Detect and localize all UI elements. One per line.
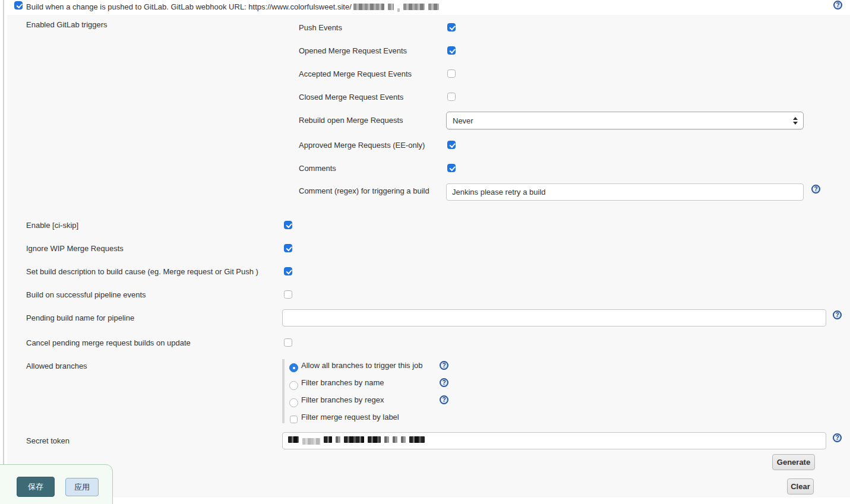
push-events-checkbox[interactable] [447,23,456,31]
generate-button[interactable]: Generate [772,454,815,470]
radio-group-indent-bar [282,359,285,423]
help-icon[interactable]: ? [440,395,448,404]
redacted-secret-token [288,436,425,443]
help-icon[interactable]: ? [440,361,448,370]
enabled-triggers-section-label: Enabled GitLab triggers [26,20,108,29]
save-button[interactable]: 保存 [17,477,55,497]
allowed-branches-label: Allowed branches [26,362,87,370]
rebuild-open-mr-select[interactable]: Never [446,112,804,129]
comment-regex-input[interactable] [446,183,804,201]
help-icon[interactable]: ? [440,378,448,387]
filter-branches-by-name-label: Filter branches by name [301,378,384,387]
opened-mr-events-label: Opened Merge Request Events [299,46,407,55]
section-indent-line [3,0,4,475]
ci-skip-checkbox[interactable] [284,221,292,229]
closed-mr-events-checkbox[interactable] [447,93,456,101]
cancel-pending-checkbox[interactable] [284,338,292,347]
cancel-pending-label: Cancel pending merge request builds on u… [26,338,191,347]
build-description-checkbox[interactable] [284,267,292,275]
pending-build-name-input[interactable] [282,309,826,327]
build-description-label: Set build description to build cause (eg… [26,267,258,276]
accepted-mr-events-label: Accepted Merge Request Events [299,69,412,78]
accepted-mr-events-checkbox[interactable] [447,69,456,78]
opened-mr-events-checkbox[interactable] [447,46,456,55]
filter-branches-by-regex-label: Filter branches by regex [301,395,384,404]
comments-checkbox[interactable] [447,164,456,172]
comments-label: Comments [299,164,336,173]
help-icon[interactable]: ? [811,185,820,194]
filter-branches-by-name-radio[interactable] [289,381,298,390]
ignore-wip-checkbox[interactable] [284,244,292,252]
help-icon[interactable]: ? [833,310,842,319]
rebuild-open-mr-selected-value: Never [453,116,473,125]
approved-mr-checkbox[interactable] [447,141,456,149]
pending-build-name-label: Pending build name for pipeline [26,313,134,322]
ci-skip-label: Enable [ci-skip] [26,221,78,230]
redacted-url-suffix [353,4,439,10]
clear-button[interactable]: Clear [787,478,814,495]
build-on-gitlab-push-checkbox[interactable] [14,1,23,9]
build-on-gitlab-push-label: Build when a change is pushed to GitLab.… [26,2,439,11]
gitlab-trigger-section-panel [7,15,850,497]
comment-regex-label: Comment (regex) for triggering a build [299,186,429,195]
filter-mr-by-label-checkbox[interactable] [290,416,298,423]
select-spinner-icon [793,117,798,125]
pipeline-events-label: Build on successful pipeline events [26,290,146,299]
allow-all-branches-radio[interactable] [289,363,298,372]
push-events-label: Push Events [299,23,342,32]
apply-button[interactable]: 应用 [65,478,99,496]
secret-token-label: Secret token [26,436,69,445]
filter-branches-by-regex-radio[interactable] [289,398,298,407]
pipeline-events-checkbox[interactable] [284,290,292,299]
ignore-wip-label: Ignore WIP Merge Requests [26,244,124,253]
help-icon[interactable]: ? [833,1,842,9]
allow-all-branches-label: Allow all branches to trigger this job [301,361,423,370]
rebuild-open-mr-label: Rebuild open Merge Requests [299,116,403,125]
approved-mr-label: Approved Merge Requests (EE-only) [299,141,425,150]
webhook-url-text: Build when a change is pushed to GitLab.… [26,2,352,11]
filter-mr-by-label-label: Filter merge request by label [301,413,399,421]
help-icon[interactable]: ? [833,433,842,442]
closed-mr-events-label: Closed Merge Request Events [299,93,403,102]
